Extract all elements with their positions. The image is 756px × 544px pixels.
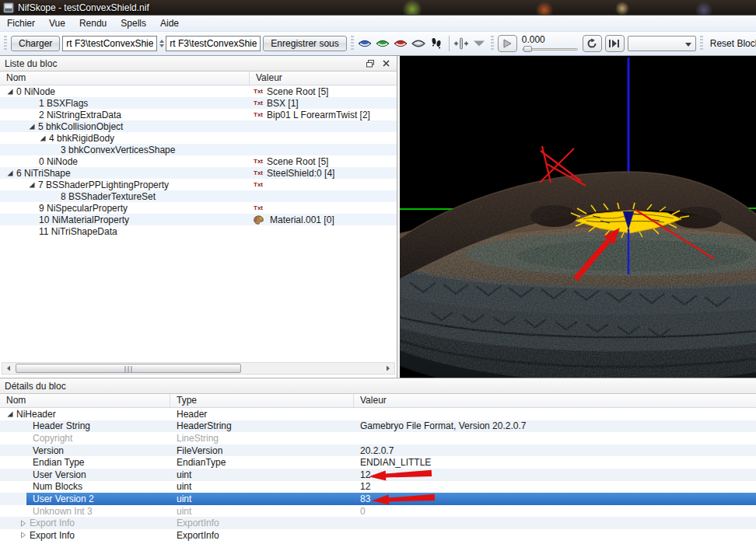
field-type: ExportInfo [170,518,354,528]
txt-icon: Txt [254,204,263,211]
toolbar-separator [449,36,450,51]
expander-closed-icon [19,519,27,528]
horizontal-scrollbar[interactable] [2,362,395,375]
expander-closed-icon[interactable] [19,531,30,539]
block-details-row[interactable]: VersionFileVersion20.2.0.7 [0,445,756,457]
title-bar[interactable]: NifSkope - testConvexShield.nif [0,0,756,16]
expander-open-icon[interactable] [6,87,16,96]
block-name: 9 NiSpecularProperty [39,203,128,214]
block-list-row[interactable]: 5 bhkCollisionObject [0,120,397,132]
block-details-row[interactable]: Num Blocksuint12 [0,481,756,493]
txt-icon: Txt [254,99,263,106]
field-name: User Version 2 [33,493,94,504]
save-as-button[interactable]: Enregistrer sous [263,36,346,51]
block-details-row[interactable]: Header StringHeaderStringGamebryo File F… [0,420,756,433]
load-button[interactable]: Charger [11,36,60,51]
scroll-right-button[interactable] [382,363,394,374]
block-value: Material.001 [0] [270,214,334,225]
column-header-valeur[interactable]: Valeur [250,71,397,85]
time-slider[interactable] [522,46,578,52]
toolbar-grip[interactable] [491,36,494,51]
block-list-row[interactable]: 7 BSShaderPPLightingPropertyTxt [0,179,397,190]
time-slider-thumb[interactable] [523,46,532,52]
toolbar-grip[interactable] [4,36,7,51]
block-name: 4 bhkRigidBody [49,133,114,144]
block-list-row[interactable]: 0 NiNodeTxtScene Root [5] [0,85,397,97]
column-header-nom[interactable]: Nom [0,71,250,85]
scroll-left-button[interactable] [2,363,15,374]
block-list-row[interactable]: 11 NiTriShapeData [0,225,397,237]
view-green-eye-icon[interactable] [374,36,392,51]
menu-fichier[interactable]: Fichier [0,16,42,31]
block-details-body: NiHeaderHeaderHeader StringHeaderStringG… [0,408,756,544]
expander-open-icon [6,169,14,177]
expander-closed-icon[interactable] [19,519,30,528]
field-name: NiHeader [16,409,56,420]
block-details-row[interactable]: Export InfoExportInfo [0,517,756,529]
expander-open-icon[interactable] [39,134,49,142]
expander-open-icon[interactable] [6,410,16,418]
expander-open-icon [6,87,14,96]
loop-button[interactable] [583,35,602,52]
field-type: uint [170,506,354,517]
block-list-row[interactable]: 8 BSShaderTextureSet [0,190,397,202]
block-details-row[interactable]: Unknown Int 3uint0 [0,505,756,518]
block-list-row[interactable]: 4 bhkRigidBody [0,132,397,144]
expander-open-icon[interactable] [6,169,16,177]
toolbar-grip[interactable] [700,36,703,51]
viewport-3d[interactable] [400,56,756,378]
expander-open-icon[interactable] [28,122,38,131]
animation-select[interactable] [628,36,696,51]
reset-block-details-button[interactable]: Reset Block Det [710,38,756,49]
column-header-type[interactable]: Type [170,394,354,407]
block-details-row[interactable]: User Version 2uint83 [0,493,756,505]
block-details-row[interactable]: Endian TypeEndianTypeENDIAN_LITTLE [0,456,756,469]
load-path-input[interactable] [62,36,157,51]
play-button[interactable] [498,35,517,52]
scrollbar-thumb[interactable] [16,364,241,373]
footsteps-icon[interactable] [428,36,446,51]
menu-aide[interactable]: Aide [153,16,186,31]
block-name: 6 NiTriShape [16,168,71,179]
block-name: 3 bhkConvexVerticesShape [61,145,175,155]
field-name: Export Info [30,518,75,528]
menu-rendu[interactable]: Rendu [72,16,114,31]
block-list-dock-title: Liste du bloc [0,56,397,71]
block-list-row[interactable]: 0 NiNodeTxtScene Root [5] [0,155,397,167]
menu-vue[interactable]: Vue [42,16,72,31]
block-list-row[interactable]: 3 bhkConvexVerticesShape [0,144,397,155]
view-red-eye-icon[interactable] [392,36,410,51]
block-list-row[interactable]: 6 NiTriShapeTxtSteelShield:0 [4] [0,167,397,179]
column-header-nom[interactable]: Nom [0,394,170,407]
save-path-input[interactable] [166,36,261,51]
txt-icon: Txt [254,181,263,188]
center-view-icon[interactable] [453,36,471,51]
toolbar-grip[interactable] [351,36,354,51]
close-panel-button[interactable] [380,58,392,69]
view-blue-eye-icon[interactable] [356,36,374,51]
block-list-row[interactable]: 9 NiSpecularPropertyTxt [0,202,397,214]
field-name: User Version [33,469,86,480]
block-list-row[interactable]: 1 BSXFlagsTxtBSX [1] [0,97,397,109]
float-panel-button[interactable] [364,58,376,69]
field-value: Gamebryo File Format, Version 20.2.0.7 [354,420,756,431]
chevron-down-icon[interactable] [471,36,488,51]
view-gray-eye-icon[interactable] [410,36,428,51]
path-swap-handle[interactable] [158,37,165,51]
block-list-row[interactable]: 10 NiMaterialPropertyMaterial.001 [0] [0,214,397,225]
play-tags-button[interactable] [605,35,625,52]
expander-open-icon[interactable] [28,180,38,189]
field-name: Version [33,445,64,456]
block-details-row[interactable]: CopyrightLineString [0,432,756,445]
block-list-header: Nom Valeur [0,71,397,85]
field-name: Num Blocks [33,481,82,492]
menu-spells[interactable]: Spells [114,16,153,31]
block-value: Scene Root [5] [267,86,328,97]
txt-icon: Txt [254,169,263,176]
block-details-row[interactable]: User Versionuint12 [0,469,756,481]
block-value: Bip01 L ForearmTwist [2] [267,110,370,120]
block-details-row[interactable]: NiHeaderHeader [0,408,756,420]
block-details-row[interactable]: Export InfoExportInfo [0,529,756,542]
block-list-row[interactable]: 2 NiStringExtraDataTxtBip01 L ForearmTwi… [0,109,397,120]
column-header-valeur[interactable]: Valeur [354,394,756,407]
